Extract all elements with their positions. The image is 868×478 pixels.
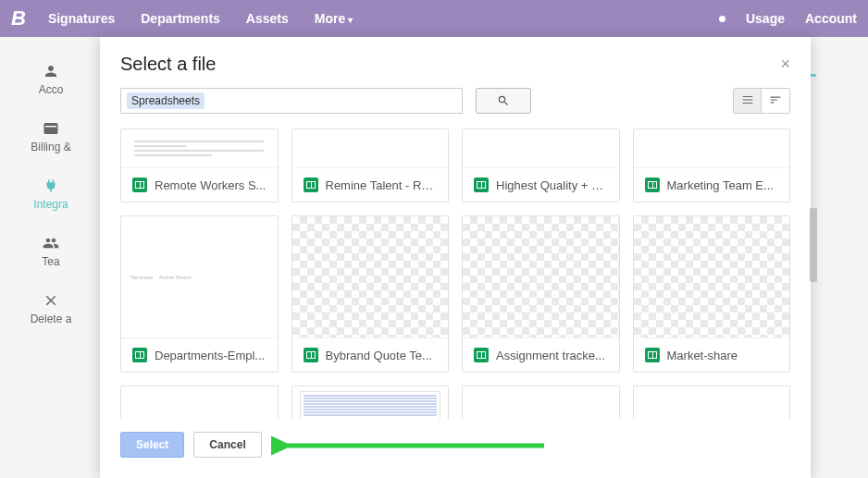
sheets-icon xyxy=(132,348,147,362)
modal-footer: Select Cancel xyxy=(100,419,811,478)
file-card[interactable]: Bybrand Quote Te... xyxy=(291,215,450,373)
file-thumb xyxy=(634,129,790,167)
file-card[interactable] xyxy=(291,386,450,419)
annotation-arrow-icon xyxy=(271,432,549,460)
sidebar-item-billing[interactable]: Billing & xyxy=(31,120,70,153)
card-icon xyxy=(43,120,59,137)
sort-button[interactable] xyxy=(762,89,789,113)
nav-signatures[interactable]: Signatures xyxy=(48,11,115,26)
file-thumb xyxy=(121,129,278,167)
sidebar-label: Tea xyxy=(42,255,59,268)
file-name: Assignment tracke... xyxy=(496,349,605,362)
sidebar-item-team[interactable]: Tea xyxy=(42,235,59,268)
scrollbar[interactable] xyxy=(810,208,817,282)
nav-assets[interactable]: Assets xyxy=(246,11,289,26)
file-card[interactable]: Assignment tracke... xyxy=(462,215,620,373)
sidebar-label: Delete a xyxy=(31,313,72,325)
sheets-icon xyxy=(645,348,660,362)
list-icon xyxy=(741,93,754,106)
status-dot-icon xyxy=(719,16,725,22)
close-icon[interactable]: × xyxy=(780,55,790,74)
search-input[interactable] xyxy=(210,94,456,108)
sort-icon xyxy=(769,93,782,106)
file-name: Marketing Team E... xyxy=(667,178,774,192)
sidebar-item-delete[interactable]: Delete a xyxy=(31,292,72,325)
nav-account[interactable]: Account xyxy=(805,11,857,26)
sidebar-label: Acco xyxy=(39,83,64,96)
file-thumb xyxy=(463,216,619,337)
file-name: Bybrand Quote Te... xyxy=(326,349,432,362)
file-thumb xyxy=(634,386,790,419)
user-icon xyxy=(43,63,59,80)
sheets-icon xyxy=(304,178,318,192)
file-card[interactable]: Marketing Team E... xyxy=(633,129,791,202)
sidebar-item-integrations[interactable]: Integra xyxy=(33,178,68,211)
logo[interactable]: B xyxy=(11,6,26,31)
file-card[interactable] xyxy=(462,386,620,419)
file-thumb xyxy=(463,129,619,167)
nav-more[interactable]: More xyxy=(315,11,353,26)
file-thumb: Template Active Status xyxy=(121,216,278,337)
sidebar: Acco Billing & Integra Tea Delete a xyxy=(0,37,102,478)
file-thumb xyxy=(292,129,449,167)
nav-right: Usage Account xyxy=(719,11,857,26)
file-name: Highest Quality + L... xyxy=(496,178,608,192)
file-grid[interactable]: Remote Workers S... Remine Talent - Re..… xyxy=(100,125,811,419)
file-card[interactable]: Remine Talent - Re... xyxy=(291,129,450,202)
file-card[interactable]: Remote Workers S... xyxy=(120,129,279,202)
file-thumb xyxy=(121,386,278,419)
file-card[interactable] xyxy=(633,386,791,419)
nav-usage[interactable]: Usage xyxy=(746,11,785,26)
file-thumb xyxy=(463,386,619,419)
sheets-icon xyxy=(645,178,660,192)
file-card[interactable]: Market-share xyxy=(633,215,791,373)
sheets-icon xyxy=(132,178,147,192)
top-navbar: B Signatures Departments Assets More Usa… xyxy=(0,0,868,37)
select-button[interactable]: Select xyxy=(120,432,184,458)
file-name: Departments-Empl... xyxy=(155,349,265,362)
plug-icon xyxy=(43,178,59,194)
file-name: Remine Talent - Re... xyxy=(326,178,438,192)
sheets-icon xyxy=(474,178,489,192)
file-card[interactable] xyxy=(120,386,279,419)
file-thumb xyxy=(292,216,449,337)
team-icon xyxy=(43,235,59,251)
view-toggle xyxy=(733,88,790,114)
modal-header: Select a file × xyxy=(100,37,811,82)
file-picker-modal: Select a file × Spreadsheets Remote Work… xyxy=(100,37,811,478)
search-bar: Spreadsheets xyxy=(100,82,811,125)
nav-departments[interactable]: Departments xyxy=(141,11,220,26)
file-card[interactable]: Template Active Status Departments-Empl.… xyxy=(120,215,279,373)
delete-icon xyxy=(43,292,59,309)
search-input-wrap[interactable]: Spreadsheets xyxy=(120,88,463,114)
list-view-button[interactable] xyxy=(734,89,762,113)
sidebar-label: Billing & xyxy=(31,141,70,153)
file-thumb xyxy=(292,386,449,419)
sidebar-item-account[interactable]: Acco xyxy=(39,63,64,96)
sheets-icon xyxy=(304,348,318,362)
file-name: Market-share xyxy=(667,349,738,362)
file-thumb xyxy=(634,216,790,337)
sidebar-label: Integra xyxy=(33,198,68,211)
sheets-icon xyxy=(474,348,489,362)
cancel-button[interactable]: Cancel xyxy=(193,432,261,458)
search-button[interactable] xyxy=(476,88,531,114)
file-card[interactable]: Highest Quality + L... xyxy=(462,129,620,202)
modal-title: Select a file xyxy=(120,54,216,75)
search-icon xyxy=(497,94,510,107)
search-filter-chip[interactable]: Spreadsheets xyxy=(127,92,205,109)
file-name: Remote Workers S... xyxy=(155,178,266,192)
nav-items: Signatures Departments Assets More xyxy=(48,11,353,26)
